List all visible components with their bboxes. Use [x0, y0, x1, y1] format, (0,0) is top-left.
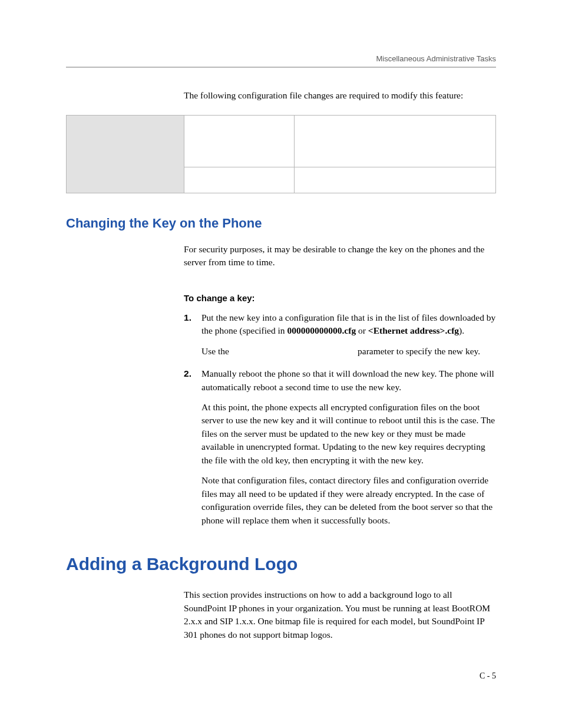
section2-para1: This section provides instructions on ho… [184, 588, 496, 641]
step1-bold1: 000000000000.cfg [287, 325, 356, 335]
running-header: Miscellaneous Administrative Tasks [66, 54, 496, 68]
table-cell [184, 115, 295, 167]
step2-para2: At this point, the phone expects all enc… [201, 401, 496, 467]
intro-paragraph: The following configuration file changes… [184, 89, 496, 102]
step1-subpara: Use theparameter to specify the new key. [201, 345, 496, 358]
step1-text-part2: ). [459, 325, 464, 335]
section-heading-changing-key: Changing the Key on the Phone [66, 216, 496, 231]
section1-para1: For security purposes, it may be desirab… [184, 243, 496, 269]
step2-para3: Note that configuration files, contact d… [201, 474, 496, 527]
list-item: Manually reboot the phone so that it wil… [184, 367, 496, 527]
step1-bold2: <Ethernet address>.cfg [368, 325, 459, 335]
config-table [66, 115, 496, 193]
page-number: C - 5 [480, 671, 496, 681]
procedure-heading: To change a key: [184, 293, 496, 303]
table-row [67, 115, 496, 167]
table-label-cell [67, 115, 184, 193]
table-cell [184, 167, 295, 193]
procedure-list: Put the new key into a configuration fil… [184, 311, 496, 528]
step1-sub-a: Use the [201, 345, 358, 358]
section-heading-background-logo: Adding a Background Logo [66, 554, 496, 574]
table-cell [295, 115, 496, 167]
step1-mid: or [356, 325, 368, 335]
running-title: Miscellaneous Administrative Tasks [376, 54, 496, 63]
step1-sub-b: parameter to specify the new key. [358, 346, 480, 356]
step2-para1: Manually reboot the phone so that it wil… [201, 368, 494, 391]
table-cell [295, 167, 496, 193]
list-item: Put the new key into a configuration fil… [184, 311, 496, 358]
